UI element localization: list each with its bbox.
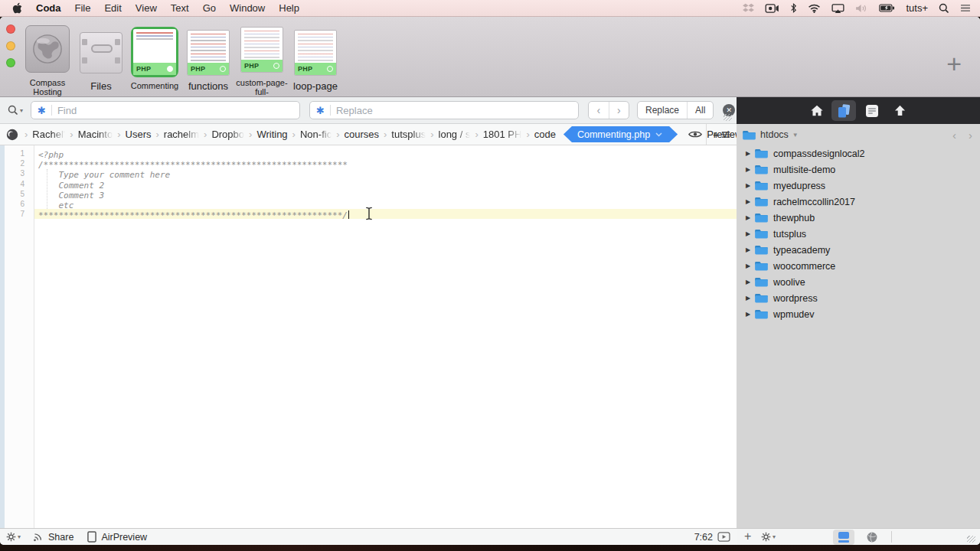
tab-loop-page[interactable]: PHP loop-page — [289, 17, 342, 97]
breadcrumb[interactable]: 1801 PH — [483, 129, 522, 140]
disclosure-triangle-icon[interactable]: ▶ — [746, 230, 753, 237]
menu-item-help[interactable]: Help — [279, 2, 299, 14]
breadcrumb[interactable]: Writing — [256, 129, 287, 140]
local-files-toggle[interactable] — [833, 530, 854, 545]
chevron-down-icon[interactable]: ▼ — [792, 132, 799, 139]
wildcard-icon[interactable]: ✱ — [316, 106, 325, 116]
breadcrumb[interactable]: code — [534, 129, 556, 140]
disclosure-triangle-icon[interactable]: ▶ — [746, 262, 753, 269]
tab-functions[interactable]: PHP functions — [181, 17, 235, 97]
replace-input[interactable] — [336, 105, 572, 116]
minimize-window-button[interactable] — [6, 41, 15, 51]
folder-row[interactable]: ▶ tutsplus — [737, 226, 980, 242]
wifi-icon[interactable] — [808, 4, 821, 13]
menu-item-file[interactable]: File — [75, 2, 91, 14]
folder-row[interactable]: ▶ myedupress — [737, 178, 980, 194]
app-menu-coda[interactable]: Coda — [36, 2, 61, 14]
folder-row[interactable]: ▶ compassdesignlocal2 — [737, 145, 980, 161]
code-line[interactable]: 3 Type your comment here — [0, 168, 737, 178]
airpreview-button[interactable]: AirPreview — [87, 531, 147, 543]
breadcrumb[interactable]: long / s — [439, 129, 471, 140]
files-tab-icon[interactable] — [831, 100, 856, 121]
volume-icon[interactable] — [855, 4, 868, 13]
active-file-chip[interactable]: Commenting.php — [564, 126, 678, 142]
breadcrumb[interactable]: courses — [344, 129, 379, 140]
breadcrumb[interactable]: rachelm — [164, 129, 199, 140]
disclosure-triangle-icon[interactable]: ▶ — [746, 295, 753, 302]
folder-row[interactable]: ▶ thewphub — [737, 210, 980, 226]
tab-custom-page-full[interactable]: PHP custom-page-full- — [235, 17, 289, 97]
chevron-down-icon[interactable] — [655, 132, 662, 137]
menu-item-view[interactable]: View — [136, 2, 157, 14]
folder-row[interactable]: ▶ woolive — [737, 274, 980, 290]
account-menu[interactable]: tuts+ — [906, 2, 928, 14]
find-input[interactable] — [57, 105, 293, 116]
cursor-position-button[interactable]: 7:62 — [694, 532, 730, 543]
publish-tab-icon[interactable] — [890, 100, 910, 121]
menu-item-go[interactable]: Go — [203, 2, 216, 14]
folder-row[interactable]: ▶ woocommerce — [737, 258, 980, 274]
document-tab-icon[interactable] — [862, 100, 882, 121]
screen-recording-icon[interactable] — [765, 4, 779, 13]
add-item-button[interactable]: + — [744, 530, 751, 543]
replace-button[interactable]: Replace — [638, 102, 688, 119]
editor-gear-menu[interactable]: ▾ — [6, 532, 21, 542]
tab-commenting[interactable]: PHP Commenting — [128, 17, 181, 97]
code-line[interactable]: 1<?php — [0, 148, 737, 158]
close-window-button[interactable] — [6, 24, 15, 34]
wildcard-icon[interactable]: ✱ — [38, 106, 46, 116]
code-line[interactable]: 5 Comment 3 — [0, 189, 737, 199]
add-tab-button[interactable]: + — [946, 51, 962, 77]
disclosure-triangle-icon[interactable]: ▶ — [746, 246, 753, 253]
findbar-resize-grip[interactable] — [724, 114, 732, 121]
code-line[interactable]: 4 Comment 2 — [0, 179, 737, 189]
search-options-menu[interactable]: ▾ — [8, 105, 23, 116]
dropbox-icon[interactable] — [743, 3, 754, 13]
menu-item-edit[interactable]: Edit — [104, 2, 121, 14]
breadcrumb[interactable]: tutsplus — [391, 129, 426, 140]
window-resize-grip[interactable] — [967, 536, 975, 543]
remote-files-toggle[interactable] — [867, 532, 877, 545]
code-line[interactable]: 2/**************************************… — [0, 158, 737, 168]
breadcrumb[interactable]: Users — [126, 129, 152, 140]
menu-item-text[interactable]: Text — [171, 2, 189, 14]
battery-icon[interactable] — [879, 4, 895, 12]
bluetooth-icon[interactable] — [790, 2, 797, 14]
replace-all-button[interactable]: All — [688, 102, 713, 119]
breadcrumb[interactable]: Non-fic — [300, 129, 332, 140]
tab-files[interactable]: Files — [74, 17, 128, 97]
disclosure-triangle-icon[interactable]: ▶ — [746, 311, 753, 318]
breadcrumb[interactable]: Macinto — [78, 129, 113, 140]
disclosure-triangle-icon[interactable]: ▶ — [746, 166, 753, 173]
airplay-icon[interactable] — [831, 4, 844, 13]
root-disk-icon[interactable] — [6, 129, 18, 141]
back-button[interactable]: ‹ — [952, 129, 956, 142]
apple-menu-icon[interactable] — [12, 2, 22, 15]
folder-row[interactable]: ▶ multisite-demo — [737, 161, 980, 178]
folder-row[interactable]: ▶ wpmudev — [737, 306, 980, 322]
sidebar-root-row[interactable]: htdocs ▼ — [737, 124, 980, 145]
find-previous-button[interactable]: ‹ — [589, 102, 609, 119]
breadcrumb[interactable]: Dropbo — [211, 129, 244, 140]
forward-button[interactable]: › — [969, 129, 972, 142]
spotlight-icon[interactable] — [939, 3, 949, 14]
menu-item-window[interactable]: Window — [230, 2, 265, 14]
zoom-window-button[interactable] — [6, 58, 15, 67]
folder-row[interactable]: ▶ rachelmccollin2017 — [737, 194, 980, 210]
disclosure-triangle-icon[interactable]: ▶ — [746, 214, 753, 221]
breadcrumb[interactable]: Rachel' — [32, 129, 65, 140]
folder-row[interactable]: ▶ wordpress — [737, 290, 980, 306]
disclosure-triangle-icon[interactable]: ▶ — [746, 279, 753, 285]
find-next-button[interactable]: › — [609, 102, 629, 119]
code-editor[interactable]: 1<?php 2/*******************************… — [0, 145, 737, 528]
share-button[interactable]: Share — [33, 532, 74, 543]
disclosure-triangle-icon[interactable]: ▶ — [746, 182, 753, 189]
home-tab-icon[interactable] — [807, 100, 827, 121]
disclosure-triangle-icon[interactable]: ▶ — [746, 150, 753, 157]
sidebar-gear-menu[interactable]: ▾ — [761, 532, 776, 542]
tab-compass-hosting[interactable]: Compass Hosting — [21, 17, 74, 97]
add-split-button[interactable]: + — [706, 124, 737, 145]
folder-row[interactable]: ▶ typeacademy — [737, 242, 980, 258]
notification-center-icon[interactable] — [960, 4, 971, 12]
disclosure-triangle-icon[interactable]: ▶ — [746, 198, 753, 205]
